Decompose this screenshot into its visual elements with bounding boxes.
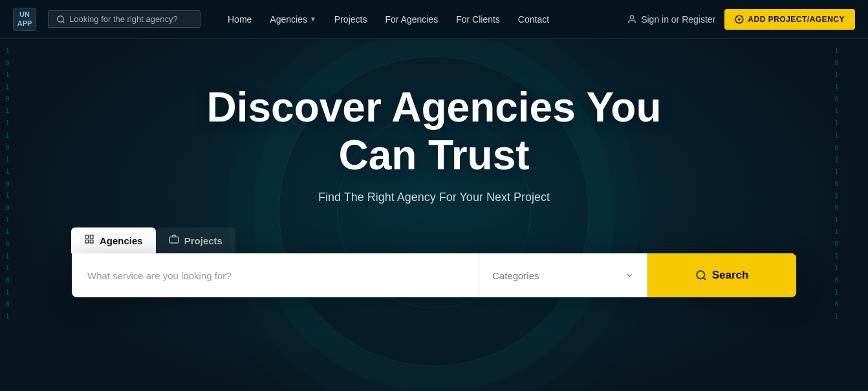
search-icon	[695, 269, 707, 281]
nav-links: Home Agencies ▼ Projects For Agencies Fo…	[220, 10, 627, 28]
search-box: Categories Search	[72, 253, 796, 297]
svg-rect-8	[85, 240, 89, 244]
svg-point-2	[630, 16, 633, 19]
nav-link-for-agencies[interactable]: For Agencies	[377, 10, 446, 28]
nav-link-contact[interactable]: Contact	[510, 10, 557, 28]
hero-title: Discover Agencies You Can Trust	[206, 84, 661, 179]
nav-search-input[interactable]	[69, 14, 192, 24]
svg-line-12	[703, 278, 705, 280]
svg-point-11	[697, 271, 704, 279]
search-button[interactable]: Search	[647, 253, 796, 297]
tab-agencies[interactable]: Agencies	[71, 227, 156, 253]
nav-link-for-clients[interactable]: For Clients	[448, 10, 508, 28]
svg-rect-9	[90, 240, 93, 244]
nav-search-bar[interactable]	[48, 10, 201, 28]
chevron-down-icon: ▼	[310, 16, 316, 23]
navbar: UNAPP Home Agencies ▼ Projects For Agenc…	[0, 0, 868, 39]
search-tabs: Agencies Projects	[71, 227, 235, 253]
nav-actions: Sign in or Register ADD PROJECT/AGENCY	[627, 9, 855, 30]
svg-rect-7	[90, 235, 93, 238]
svg-rect-10	[169, 237, 178, 243]
logo-icon: UNAPP	[13, 8, 36, 31]
plus-circle-icon	[735, 15, 744, 24]
hero-subtitle: Find The Right Agency For Your Next Proj…	[318, 191, 550, 204]
svg-line-1	[63, 21, 65, 23]
service-search-input[interactable]	[72, 253, 479, 297]
nav-link-projects[interactable]: Projects	[327, 10, 375, 28]
add-project-agency-button[interactable]: ADD PROJECT/AGENCY	[724, 9, 855, 30]
nav-search-icon	[56, 15, 65, 24]
logo[interactable]: UNAPP	[13, 8, 36, 31]
nav-link-home[interactable]: Home	[220, 10, 259, 28]
svg-rect-6	[85, 235, 89, 238]
chevron-down-icon	[625, 271, 634, 280]
grid-icon	[84, 234, 94, 247]
user-icon	[627, 14, 637, 25]
categories-dropdown[interactable]: Categories	[479, 253, 647, 297]
hero-content: Discover Agencies You Can Trust Find The…	[0, 39, 868, 391]
nav-link-agencies[interactable]: Agencies ▼	[262, 10, 324, 28]
signin-link[interactable]: Sign in or Register	[627, 14, 715, 25]
svg-point-0	[58, 16, 63, 21]
briefcase-icon	[169, 234, 179, 247]
tab-projects[interactable]: Projects	[156, 227, 235, 253]
